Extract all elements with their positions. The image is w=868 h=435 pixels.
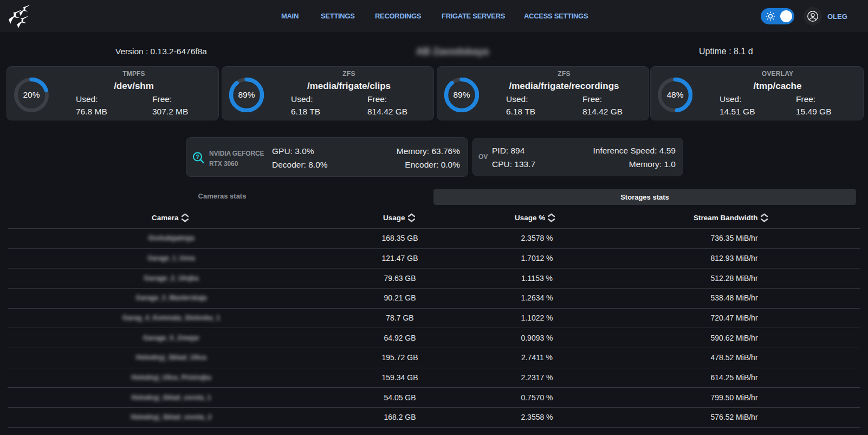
- svg-text:?: ?: [196, 153, 199, 160]
